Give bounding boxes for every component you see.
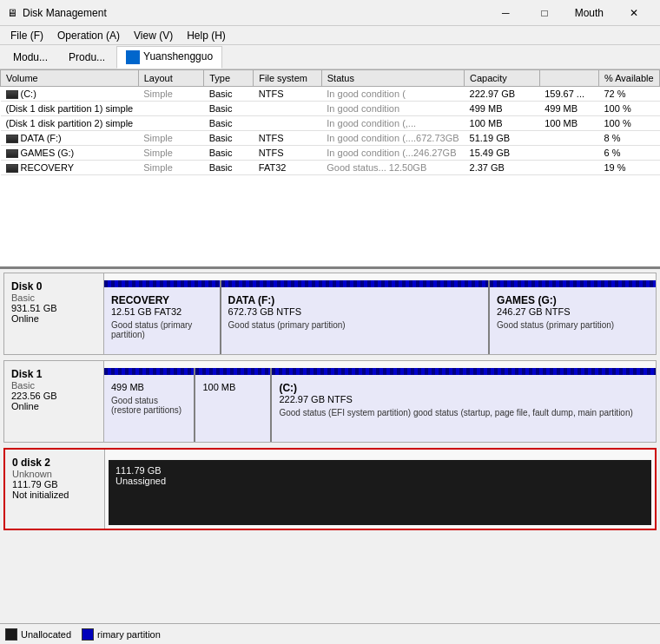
cell-layout: Simple bbox=[138, 87, 203, 102]
partition: RECOVERY12.51 GB FAT32Good status (prima… bbox=[104, 280, 221, 354]
partition-status: Good status (primary partition) bbox=[111, 320, 213, 339]
disk-type: Unknown bbox=[12, 469, 97, 479]
table-row[interactable]: (Disk 1 disk partition 2) simpleBasicIn … bbox=[1, 116, 660, 131]
partition-size: 100 MB bbox=[202, 382, 263, 392]
legend-unallocated: Unallocated bbox=[5, 628, 71, 641]
disk-label-disk1: Disk 1 Basic 223.56 GB Online bbox=[4, 361, 104, 442]
minimize-button[interactable]: ─ bbox=[486, 0, 525, 26]
legend-box-primary bbox=[82, 628, 94, 641]
table-row[interactable]: (Disk 1 disk partition 1) simpleBasicIn … bbox=[1, 102, 660, 116]
disk-label-disk0: Disk 0 Basic 931.51 GB Online bbox=[4, 273, 104, 354]
col-header-capacity[interactable]: Capacity bbox=[465, 70, 540, 87]
partition-stripe bbox=[104, 280, 220, 287]
partition-content: DATA (F:)672.73 GB NTFSGood status (prim… bbox=[228, 294, 482, 330]
disk-row-disk0: Disk 0 Basic 931.51 GB Online RECOVERY12… bbox=[3, 273, 657, 355]
disk-type: Basic bbox=[11, 380, 96, 391]
partition-size: 222.97 GB NTFS bbox=[279, 394, 649, 404]
cell-status: Good status... 12.50GB bbox=[321, 161, 464, 175]
partition-name: GAMES (G:) bbox=[497, 294, 649, 306]
cell-available: 100 % bbox=[599, 116, 660, 131]
cell-volume: (Disk 1 disk partition 2) simple bbox=[1, 116, 139, 131]
col-header-status[interactable]: Status bbox=[321, 70, 464, 87]
app-title: Disk Management bbox=[23, 7, 107, 19]
menu-operation[interactable]: Operation (A) bbox=[50, 28, 127, 43]
cell-capacity: 222.97 GB bbox=[465, 87, 540, 102]
partition-name: RECOVERY bbox=[111, 294, 213, 306]
menu-view[interactable]: View (V) bbox=[127, 28, 180, 43]
cell-type: Basic bbox=[204, 87, 254, 102]
cell-type: Basic bbox=[204, 102, 254, 116]
partition-name: (C:) bbox=[279, 382, 649, 394]
disk-size: 111.79 GB bbox=[12, 479, 97, 490]
table-row[interactable]: (C:)SimpleBasicNTFSIn good condition (22… bbox=[1, 87, 660, 102]
partition-stripe bbox=[195, 368, 270, 375]
disk-name: Disk 0 bbox=[11, 280, 96, 292]
menu-file[interactable]: File (F) bbox=[3, 28, 50, 43]
close-button[interactable]: ✕ bbox=[614, 0, 653, 26]
maximize-button[interactable]: □ bbox=[525, 0, 564, 26]
col-header-volume[interactable]: Volume bbox=[1, 70, 139, 87]
cell-capacity: 499 MB bbox=[465, 102, 540, 116]
title-bar: 🖥 Disk Management ─ □ Mouth ✕ bbox=[0, 0, 660, 26]
cell-filesystem: NTFS bbox=[254, 87, 321, 102]
main-content: Volume Layout Type File system Status Ca… bbox=[0, 69, 660, 644]
title-bar-controls: ─ □ Mouth ✕ bbox=[486, 0, 653, 26]
cell-filesystem: NTFS bbox=[254, 131, 321, 146]
tab-2[interactable]: Yuanshengguo bbox=[116, 46, 222, 69]
col-header-fs[interactable]: File system bbox=[254, 70, 321, 87]
partition-size: 12.51 GB FAT32 bbox=[111, 306, 213, 317]
disk-status: Online bbox=[11, 401, 96, 411]
disk-name: 0 disk 2 bbox=[12, 457, 97, 469]
table-area: Volume Layout Type File system Status Ca… bbox=[0, 69, 660, 269]
tab-bar: Modu... Produ... Yuanshengguo bbox=[0, 45, 660, 69]
unassigned-partition: 111.79 GBUnassigned bbox=[109, 460, 651, 525]
disk-icon bbox=[6, 90, 18, 99]
cell-status: In good condition (,... bbox=[321, 116, 464, 131]
col-header-free[interactable] bbox=[539, 70, 598, 87]
partition-stripe bbox=[272, 368, 656, 375]
partition-content: (C:)222.97 GB NTFSGood status (EFI syste… bbox=[279, 382, 649, 417]
partition-content: 499 MBGood status (restore partitions) bbox=[111, 382, 187, 415]
disk-size: 223.56 GB bbox=[11, 391, 96, 401]
cell-status: In good condition (...246.27GB bbox=[321, 146, 464, 161]
disk-type: Basic bbox=[11, 292, 96, 303]
menu-bar: File (F) Operation (A) View (V) Help (H) bbox=[0, 26, 660, 45]
legend-label-unallocated: Unallocated bbox=[21, 629, 71, 640]
cell-available: 19 % bbox=[599, 161, 660, 175]
disk-partitions-disk2: 111.79 GBUnassigned bbox=[105, 450, 655, 529]
tab-0[interactable]: Modu... bbox=[3, 47, 57, 68]
cell-type: Basic bbox=[204, 146, 254, 161]
cell-free bbox=[539, 146, 598, 161]
cell-capacity: 2.37 GB bbox=[465, 161, 540, 175]
menu-help[interactable]: Help (H) bbox=[180, 28, 233, 43]
table-row[interactable]: DATA (F:)SimpleBasicNTFSIn good conditio… bbox=[1, 131, 660, 146]
partition-stripe bbox=[104, 368, 194, 375]
col-header-avail[interactable]: % Available bbox=[599, 70, 660, 87]
table-header-row: Volume Layout Type File system Status Ca… bbox=[1, 70, 660, 87]
tab-logo bbox=[126, 50, 140, 64]
partition: DATA (F:)672.73 GB NTFSGood status (prim… bbox=[221, 280, 491, 354]
cell-filesystem bbox=[254, 116, 321, 131]
cell-free bbox=[539, 131, 598, 146]
cell-layout: Simple bbox=[138, 146, 203, 161]
window-label: Mouth bbox=[564, 0, 614, 26]
cell-volume: (C:) bbox=[1, 87, 139, 102]
col-header-layout[interactable]: Layout bbox=[138, 70, 203, 87]
cell-filesystem bbox=[254, 102, 321, 116]
cell-type: Basic bbox=[204, 131, 254, 146]
cell-volume: DATA (F:) bbox=[1, 131, 139, 146]
title-bar-left: 🖥 Disk Management bbox=[7, 7, 107, 19]
table-row[interactable]: RECOVERYSimpleBasicFAT32Good status... 1… bbox=[1, 161, 660, 175]
table-row[interactable]: GAMES (G:)SimpleBasicNTFSIn good conditi… bbox=[1, 146, 660, 161]
disk-table: Volume Layout Type File system Status Ca… bbox=[0, 69, 660, 175]
cell-filesystem: FAT32 bbox=[254, 161, 321, 175]
cell-available: 6 % bbox=[599, 146, 660, 161]
cell-free: 159.67 ... bbox=[539, 87, 598, 102]
legend-bar: Unallocated rimary partition bbox=[0, 623, 660, 644]
disk-partitions-disk1: 499 MBGood status (restore partitions)10… bbox=[104, 361, 656, 442]
col-header-type[interactable]: Type bbox=[204, 70, 254, 87]
cell-free bbox=[539, 161, 598, 175]
cell-layout bbox=[138, 116, 203, 131]
cell-filesystem: NTFS bbox=[254, 146, 321, 161]
tab-1[interactable]: Produ... bbox=[59, 47, 115, 68]
